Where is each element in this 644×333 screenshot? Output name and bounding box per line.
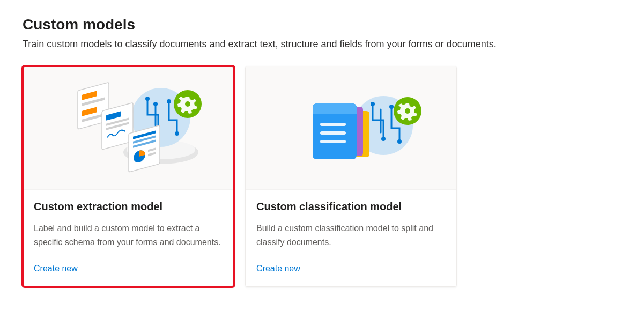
svg-point-9: [185, 101, 190, 107]
extraction-illustration: [23, 66, 234, 190]
page-title: Custom models: [23, 16, 621, 33]
card-description: Label and build a custom model to extrac…: [34, 221, 223, 249]
svg-point-28: [381, 137, 386, 141]
extraction-icon: [48, 75, 209, 182]
svg-point-27: [371, 102, 375, 106]
svg-rect-33: [320, 123, 346, 126]
card-description: Build a custom classification model to s…: [256, 221, 446, 249]
card-title: Custom classification model: [256, 201, 446, 213]
create-new-link[interactable]: Create new: [34, 264, 223, 273]
card-custom-classification[interactable]: Custom classification model Build a cust…: [245, 66, 457, 287]
svg-rect-34: [320, 131, 346, 135]
svg-point-5: [167, 99, 171, 103]
svg-point-3: [145, 97, 150, 101]
svg-point-30: [397, 139, 402, 144]
svg-rect-35: [320, 140, 346, 143]
card-body: Custom extraction model Label and build …: [23, 190, 234, 286]
classification-icon: [271, 75, 432, 182]
svg-point-29: [389, 105, 394, 109]
svg-point-6: [175, 131, 179, 136]
svg-point-32: [405, 108, 410, 114]
card-custom-extraction[interactable]: Custom extraction model Label and build …: [23, 66, 234, 287]
card-body: Custom classification model Build a cust…: [246, 190, 456, 286]
classification-illustration: [246, 66, 456, 190]
create-new-link[interactable]: Create new: [256, 264, 446, 273]
model-cards-row: Custom extraction model Label and build …: [23, 66, 621, 287]
card-title: Custom extraction model: [34, 201, 223, 213]
svg-point-7: [153, 102, 158, 106]
page-subtitle: Train custom models to classify document…: [23, 39, 621, 50]
